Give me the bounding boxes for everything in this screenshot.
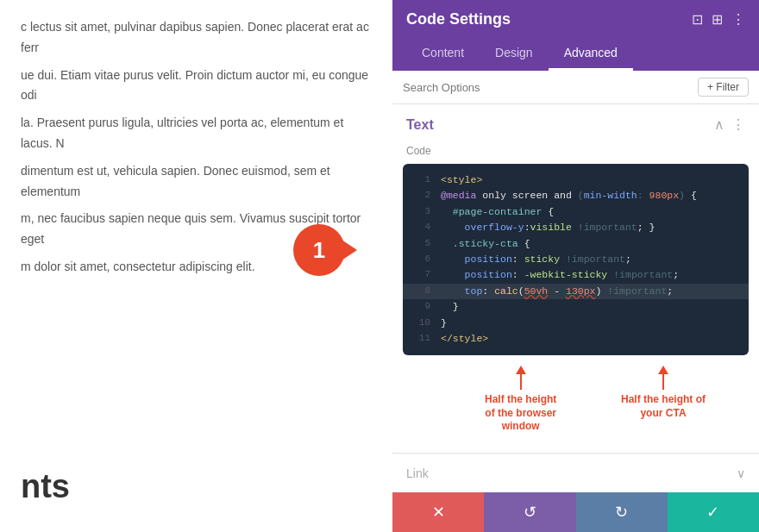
code-line-3: 3 #page-container { [403,204,749,220]
code-line-1: 1 <style> [403,172,749,188]
text-section: Text ∧ ⋮ Code 1 <style> 2 @media [392,104,759,454]
code-line-11: 11 </style> [403,331,749,347]
code-label: Code [392,145,759,164]
code-line-4: 4 overflow-y:visible !important; } [403,220,749,235]
link-section-controls: ∨ [737,466,745,480]
filter-button[interactable]: + Filter [698,78,749,97]
dots-icon[interactable]: ⋮ [731,116,745,133]
link-section-header[interactable]: Link ∨ [392,454,759,492]
chevron-down-icon[interactable]: ∨ [737,466,745,480]
code-line-9: 9 } [403,299,749,315]
tab-advanced[interactable]: Advanced [549,37,633,71]
step-badge: 1 [293,224,345,276]
more-icon[interactable]: ⋮ [731,11,745,28]
code-settings-panel: Code Settings ⊡ ⊞ ⋮ Content Design Advan… [392,0,759,532]
tab-design[interactable]: Design [480,37,549,71]
para-3: la. Praesent purus ligula, ultricies vel… [21,113,372,154]
text-section-title: Text [406,117,434,133]
code-line-10: 10 } [403,316,749,331]
bottom-text: nts [21,459,70,515]
left-content-area: c lectus sit amet, pulvinar dapibus sapi… [0,0,392,532]
code-line-7: 7 position: -webkit-sticky !important; [403,267,749,283]
text-section-header[interactable]: Text ∧ ⋮ [392,104,759,145]
code-line-2: 2 @media only screen and (min-width: 980… [403,188,749,203]
redo-button[interactable]: ↻ [576,492,668,532]
undo-button[interactable]: ↺ [484,492,575,532]
code-line-5: 5 .sticky-cta { [403,236,749,252]
panel-header: Code Settings ⊡ ⊞ ⋮ Content Design Advan… [392,0,759,71]
layout-icon[interactable]: ⊞ [712,11,723,28]
link-section: Link ∨ [392,454,759,492]
panel-title: Code Settings [406,10,511,28]
text-section-controls: ∧ ⋮ [714,116,745,133]
para-2: ue dui. Etiam vitae purus velit. Proin d… [21,66,372,107]
tab-content[interactable]: Content [406,37,480,71]
search-input[interactable] [403,81,698,94]
cancel-button[interactable]: ✕ [392,492,484,532]
link-section-title: Link [406,466,429,480]
code-line-6: 6 position: sticky !important; [403,252,749,267]
chevron-up-icon[interactable]: ∧ [714,116,724,133]
panel-title-icons: ⊡ ⊞ ⋮ [692,11,745,28]
panel-body: Text ∧ ⋮ Code 1 <style> 2 @media [392,104,759,492]
para-4: dimentum est ut, vehicula sapien. Donec … [21,161,372,203]
bottom-toolbar: ✕ ↺ ↻ ✓ [392,492,759,532]
expand-icon[interactable]: ⊡ [692,11,703,28]
code-editor[interactable]: 1 <style> 2 @media only screen and (min-… [403,164,749,355]
save-button[interactable]: ✓ [668,492,759,532]
annotation-left-text: Half the heightof the browserwindow [485,393,556,434]
annotation-right-text: Half the height ofyour CTA [621,393,706,420]
search-bar: + Filter [392,71,759,104]
tab-bar: Content Design Advanced [406,37,745,71]
code-line-8: 8 top: calc(50vh - 130px) !important; [403,284,749,299]
para-1: c lectus sit amet, pulvinar dapibus sapi… [21,17,372,59]
